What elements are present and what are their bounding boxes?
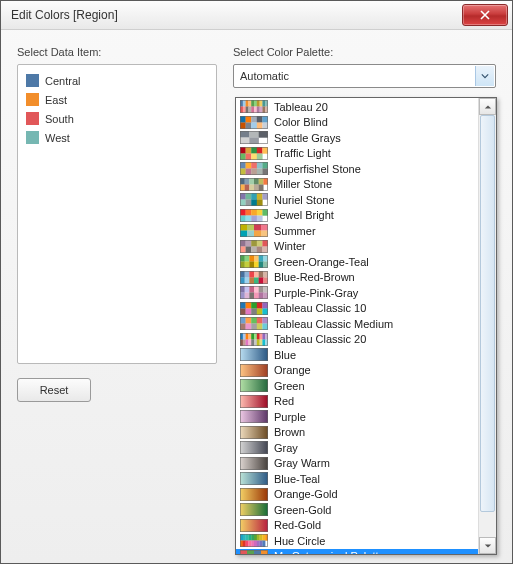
palette-option[interactable]: Brown [236,425,478,441]
svg-rect-221 [251,534,254,541]
svg-rect-77 [246,200,252,207]
palette-option[interactable]: Blue [236,347,478,363]
data-item[interactable]: South [24,109,210,128]
svg-rect-23 [251,116,257,123]
svg-rect-35 [240,138,250,145]
palette-swatch-icon [240,100,268,113]
svg-rect-127 [254,271,259,278]
data-item[interactable]: Central [24,71,210,90]
palette-option-label: Tableau Classic 10 [274,302,366,314]
palette-option[interactable]: Orange [236,363,478,379]
palette-option[interactable]: Hue Circle [236,533,478,549]
svg-rect-220 [248,534,251,541]
data-item[interactable]: East [24,90,210,109]
svg-rect-69 [259,184,264,191]
palette-swatch-icon [240,364,268,377]
palette-option[interactable]: Superfishel Stone [236,161,478,177]
svg-rect-34 [259,131,268,138]
palette-option[interactable]: Color Blind [236,115,478,131]
svg-rect-189 [260,339,263,346]
svg-rect-79 [257,200,263,207]
close-button[interactable] [462,4,508,26]
palette-option[interactable]: Gray Warm [236,456,478,472]
palette-option-label: Green-Orange-Teal [274,256,369,268]
palette-option[interactable]: Purple-Pink-Gray [236,285,478,301]
palette-option[interactable]: Green [236,378,478,394]
palette-option[interactable]: Red [236,394,478,410]
scroll-track[interactable] [479,115,496,537]
palette-dropdown[interactable]: Tableau 20Color BlindSeattle GraysTraffi… [235,97,497,555]
palette-option-label: Color Blind [274,116,328,128]
svg-rect-135 [263,277,268,284]
palette-option[interactable]: Seattle Grays [236,130,478,146]
palette-combo[interactable]: Automatic [233,64,496,88]
palette-dropdown-list[interactable]: Tableau 20Color BlindSeattle GraysTraffi… [236,98,478,554]
palette-swatch-icon [240,178,268,191]
svg-rect-230 [248,541,251,548]
svg-rect-29 [257,122,263,129]
svg-rect-186 [251,339,254,346]
svg-rect-95 [240,231,247,238]
palette-option[interactable]: Jewel Bright [236,208,478,224]
svg-rect-174 [246,333,249,340]
data-item-list[interactable]: CentralEastSouthWest [17,64,217,364]
palette-option[interactable]: Green-Gold [236,502,478,518]
svg-rect-234 [260,541,263,548]
svg-rect-61 [249,178,254,185]
svg-rect-131 [245,277,250,284]
data-item[interactable]: West [24,128,210,147]
svg-rect-108 [257,246,263,253]
combo-arrow-button[interactable] [475,66,494,86]
scroll-down-button[interactable] [479,537,496,554]
palette-option[interactable]: Blue-Red-Brown [236,270,478,286]
svg-rect-87 [246,215,252,222]
svg-rect-159 [262,308,268,315]
palette-option[interactable]: Tableau Classic 20 [236,332,478,348]
reset-button[interactable]: Reset [17,378,91,402]
svg-rect-184 [246,339,249,346]
chevron-down-icon [481,72,489,80]
svg-rect-183 [243,339,246,346]
svg-rect-107 [251,246,257,253]
palette-option[interactable]: Nuriel Stone [236,192,478,208]
svg-rect-62 [254,178,259,185]
palette-option[interactable]: Blue-Teal [236,471,478,487]
svg-rect-46 [257,153,263,160]
svg-rect-237 [240,550,247,554]
svg-rect-130 [240,277,245,284]
palette-option[interactable]: Orange-Gold [236,487,478,503]
svg-rect-185 [248,339,251,346]
palette-option[interactable]: Gray [236,440,478,456]
scroll-up-button[interactable] [479,98,496,115]
palette-option[interactable]: Tableau Classic Medium [236,316,478,332]
svg-rect-24 [257,116,263,123]
svg-rect-12 [246,107,249,114]
palette-option[interactable]: Tableau 20 [236,99,478,115]
palette-option[interactable]: Miller Stone [236,177,478,193]
palette-option[interactable]: Summer [236,223,478,239]
palette-option[interactable]: Winter [236,239,478,255]
svg-rect-213 [240,503,268,516]
data-item-label: Central [45,75,80,87]
titlebar[interactable]: Edit Colors [Region] [1,1,512,30]
svg-rect-219 [246,534,249,541]
scrollbar[interactable] [478,98,496,554]
scroll-thumb[interactable] [480,115,495,512]
svg-rect-86 [240,215,246,222]
svg-rect-120 [254,262,259,269]
palette-option[interactable]: Tableau Classic 10 [236,301,478,317]
palette-swatch-icon [240,193,268,206]
select-data-item-label: Select Data Item: [17,46,217,58]
palette-swatch-icon [240,519,268,532]
palette-option[interactable]: Red-Gold [236,518,478,534]
palette-option[interactable]: Traffic Light [236,146,478,162]
palette-option[interactable]: My Categorical Palette [236,549,478,555]
data-item-label: West [45,132,70,144]
palette-option-label: Miller Stone [274,178,332,190]
svg-rect-115 [259,255,264,262]
svg-rect-132 [249,277,254,284]
palette-option[interactable]: Purple [236,409,478,425]
palette-swatch-icon [240,317,268,330]
palette-option[interactable]: Green-Orange-Teal [236,254,478,270]
svg-rect-239 [254,550,261,554]
